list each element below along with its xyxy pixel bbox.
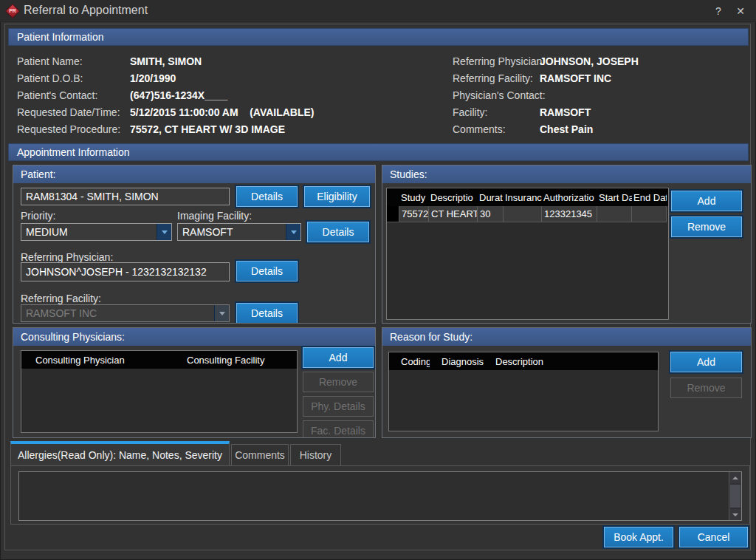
patient-details-button[interactable]: Details — [236, 186, 298, 207]
patient-dob-row: Patient D.O.B:1/20/1990 — [17, 69, 445, 86]
studies-cell-authorization[interactable]: 123321345 — [542, 206, 597, 222]
referring-facility-row: Referring Facility:RAMSOFT INC — [453, 69, 748, 86]
tab-allergies[interactable]: Allergies(Read Only): Name, Notes, Sever… — [10, 441, 230, 466]
referring-physician-details-button[interactable]: Details — [236, 261, 298, 281]
app-icon-text: PR — [7, 8, 18, 13]
reason-table-header: Coding... Diagnosis C... Description — [389, 352, 658, 370]
window-title: Referral to Appointment — [24, 4, 148, 17]
referring-facility-value: RAMSOFT INC — [26, 305, 213, 321]
imaging-facility-label: Imaging Facility: — [177, 210, 252, 222]
priority-select[interactable]: MEDIUM — [21, 223, 172, 241]
appointment-information-header: Appointment Information — [8, 143, 749, 161]
facility-value: RAMSOFT — [540, 106, 591, 118]
comments-label: Comments: — [453, 121, 540, 138]
cancel-button[interactable]: Cancel — [679, 527, 748, 547]
appt-referring-facility-label: Referring Facility: — [21, 293, 101, 304]
patient-contact-row: Patient's Contact:(647)516-1234X____ — [17, 86, 445, 103]
app-icon: PR — [7, 5, 18, 17]
studies-cell-startdate[interactable] — [597, 206, 632, 222]
dialog-content: Patient Information Patient Name:SMITH, … — [4, 24, 751, 550]
priority-label: Priority: — [21, 210, 55, 222]
referring-facility-select: RAMSOFT INC — [21, 304, 230, 322]
consulting-add-button[interactable]: Add — [303, 347, 374, 368]
appt-referring-physician-label: Referring Physician: — [21, 251, 113, 263]
consulting-panel-header: Consulting Physicians: — [13, 328, 375, 346]
imaging-facility-details-button[interactable]: Details — [307, 222, 369, 242]
book-appt-button[interactable]: Book Appt. — [604, 527, 673, 547]
tab-history[interactable]: History — [290, 444, 341, 466]
reason-col-diagnosis[interactable]: Diagnosis C... — [430, 352, 484, 370]
studies-panel: Studies: Study Descriptio Durat Insuranc… — [382, 165, 752, 324]
allergies-scrollbar[interactable] — [729, 472, 741, 520]
imaging-facility-select[interactable]: RAMSOFT — [177, 223, 301, 241]
referring-facility-dropdown-arrow-icon — [214, 305, 229, 321]
title-bar: PR Referral to Appointment ? ✕ — [0, 0, 756, 22]
patient-panel-header: Patient: — [13, 165, 375, 183]
allergies-tab-page — [10, 465, 750, 525]
close-button[interactable]: ✕ — [732, 4, 749, 18]
studies-selector-header — [387, 188, 399, 206]
facility-label: Facility: — [453, 104, 540, 121]
patient-name-row: Patient Name:SMITH, SIMON — [17, 52, 445, 69]
priority-value: MEDIUM — [26, 224, 155, 240]
studies-cell-insurance[interactable] — [504, 206, 542, 222]
requested-procedure-label: Requested Procedure: — [17, 121, 130, 138]
studies-remove-button[interactable]: Remove — [671, 216, 742, 237]
patient-information-header: Patient Information — [8, 28, 749, 46]
imaging-facility-dropdown-arrow-icon[interactable] — [286, 224, 300, 240]
tab-comments[interactable]: Comments — [231, 444, 289, 466]
comments-row: Comments:Chest Pain — [453, 120, 748, 137]
studies-cell-enddate[interactable] — [632, 206, 667, 222]
scrollbar-thumb[interactable] — [730, 485, 740, 508]
requested-datetime-value: 5/12/2015 11:00:00 AM (AVAILABLE) — [130, 106, 315, 118]
patient-input[interactable]: RAM81304 - SMITH, SIMON — [21, 188, 230, 205]
studies-table[interactable]: Study Descriptio Durat Insuranc Authoriz… — [386, 188, 669, 320]
studies-cell-study[interactable]: 75572 — [399, 206, 429, 222]
referring-facility-value: RAMSOFT INC — [540, 72, 611, 84]
studies-col-duration[interactable]: Durat — [478, 188, 504, 206]
reason-add-button[interactable]: Add — [670, 352, 742, 372]
consulting-table[interactable]: Consulting Physician Consulting Facility — [21, 350, 298, 433]
studies-add-button[interactable]: Add — [671, 191, 742, 211]
reason-table[interactable]: Coding... Diagnosis C... Description — [388, 352, 659, 431]
studies-table-row[interactable]: 75572 CT HEART 30 123321345 — [387, 206, 668, 222]
studies-row-selector[interactable] — [387, 206, 399, 222]
studies-col-study[interactable]: Study — [399, 188, 429, 206]
requested-procedure-row: Requested Procedure:75572, CT HEART W/ 3… — [17, 120, 445, 137]
requested-procedure-value: 75572, CT HEART W/ 3D IMAGE — [130, 123, 285, 135]
reason-remove-button: Remove — [670, 378, 742, 398]
studies-col-description[interactable]: Descriptio — [429, 188, 478, 206]
fac-details-button: Fac. Details — [303, 420, 374, 438]
reason-col-description[interactable]: Description — [484, 352, 658, 370]
patient-dob-value: 1/20/1990 — [130, 72, 176, 84]
patient-contact-label: Patient's Contact: — [17, 87, 130, 104]
referring-physician-label: Referring Physician: — [453, 53, 540, 70]
referring-facility-label: Referring Facility: — [453, 70, 540, 87]
studies-col-insurance[interactable]: Insuranc — [504, 188, 542, 206]
comments-value: Chest Pain — [540, 123, 593, 135]
help-button[interactable]: ? — [710, 4, 726, 18]
facility-row: Facility:RAMSOFT — [453, 103, 748, 120]
priority-dropdown-arrow-icon[interactable] — [157, 224, 171, 240]
referring-physician-input[interactable]: JOHNSON^JOSEPH - 1232132132132 — [21, 262, 230, 281]
allergies-textarea[interactable] — [18, 471, 742, 521]
patient-dob-label: Patient D.O.B: — [17, 70, 130, 87]
reason-col-coding[interactable]: Coding... — [389, 352, 430, 370]
studies-cell-duration[interactable]: 30 — [478, 206, 504, 222]
studies-col-authorization[interactable]: Authorizatio — [542, 188, 597, 206]
consulting-col-physician[interactable]: Consulting Physician — [21, 351, 173, 369]
studies-col-enddate[interactable]: End Dat — [632, 188, 667, 206]
referral-to-appointment-dialog: PR Referral to Appointment ? ✕ Patient I… — [0, 0, 756, 560]
referring-physician-row: Referring Physician:JOHNSON, JOSEPH — [453, 52, 748, 69]
scroll-up-icon[interactable] — [729, 472, 741, 483]
referring-facility-details-button[interactable]: Details — [236, 303, 298, 324]
consulting-col-facility[interactable]: Consulting Facility — [173, 351, 297, 369]
scroll-down-icon[interactable] — [729, 509, 741, 520]
patient-panel: Patient: RAM81304 - SMITH, SIMON Details… — [13, 165, 376, 324]
studies-table-header: Study Descriptio Durat Insuranc Authoriz… — [387, 188, 668, 206]
eligibility-button[interactable]: Eligibility — [304, 186, 370, 207]
studies-cell-description[interactable]: CT HEART — [429, 206, 478, 222]
patient-info-left-column: Patient Name:SMITH, SIMON Patient D.O.B:… — [17, 52, 445, 137]
studies-col-startdate[interactable]: Start Da — [597, 188, 632, 206]
referring-physician-value: JOHNSON, JOSEPH — [540, 55, 639, 67]
